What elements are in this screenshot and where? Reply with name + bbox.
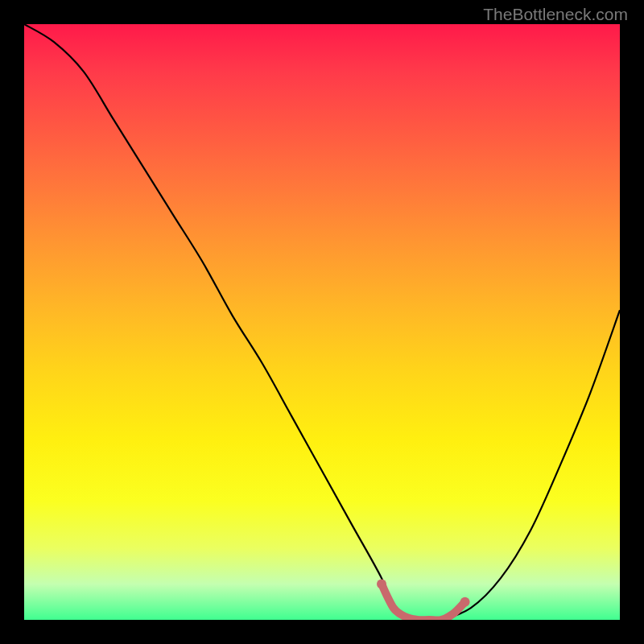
highlight-end-dot xyxy=(460,597,470,607)
bottleneck-curve xyxy=(24,24,620,620)
chart-gradient-background xyxy=(24,24,620,620)
highlight-start-dot xyxy=(377,580,386,589)
highlight-segment xyxy=(382,584,465,620)
attribution-text: TheBottleneck.com xyxy=(483,5,628,24)
chart-svg xyxy=(24,24,620,620)
